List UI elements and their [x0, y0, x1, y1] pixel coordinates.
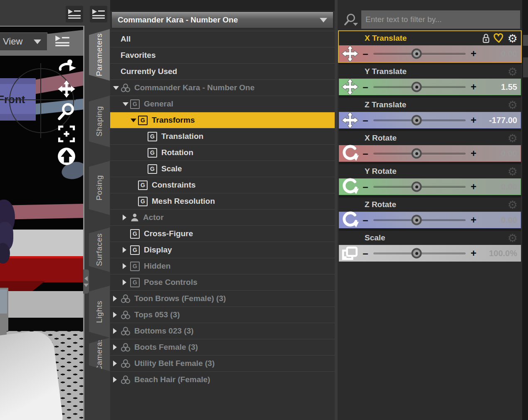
viewport-pane[interactable]: Front View [0, 26, 84, 420]
expand-arrow-icon[interactable] [123, 263, 130, 269]
slider-track[interactable] [373, 153, 466, 155]
expand-arrow-icon[interactable] [113, 296, 121, 301]
tree-row[interactable]: G Beach Hair (Female) [110, 371, 335, 388]
parameter-header[interactable]: Z Translate [339, 98, 521, 112]
frame-object-icon[interactable] [57, 124, 76, 144]
parameter-value[interactable]: 1.55 [478, 82, 521, 92]
tree-row[interactable]: G Constraints [110, 177, 335, 193]
tree-row[interactable]: G Translation [110, 128, 335, 144]
parameter-value[interactable]: 0.00 [478, 215, 521, 225]
decrement-button[interactable]: – [361, 148, 370, 159]
expand-arrow-icon[interactable] [113, 86, 121, 90]
pane-tab[interactable]: Cameras [89, 338, 110, 371]
view-selector-dropdown[interactable]: View [0, 32, 47, 51]
filter-input[interactable] [361, 10, 520, 29]
gear-icon[interactable]: ⚙ [508, 99, 518, 111]
increment-button[interactable]: + [469, 247, 478, 259]
gear-icon[interactable]: ⚙ [508, 33, 518, 44]
pane-menu-button[interactable] [66, 6, 83, 22]
increment-button[interactable]: + [469, 81, 478, 93]
parameter-header[interactable]: Y Translate [339, 64, 521, 79]
decrement-button[interactable]: – [361, 181, 370, 193]
parameter-header[interactable]: X Translate [339, 31, 521, 45]
parameter-value[interactable]: 0.00 [478, 49, 521, 59]
slider-handle[interactable] [412, 248, 422, 259]
expand-arrow-icon[interactable] [113, 328, 121, 334]
expand-arrow-icon[interactable] [131, 119, 138, 122]
tree-row[interactable]: G Display [110, 242, 335, 258]
tree-row[interactable]: G Transforms [110, 112, 335, 128]
orbit-camera-icon[interactable] [57, 57, 76, 77]
tree-row[interactable]: G All [110, 31, 335, 47]
decrement-button[interactable]: – [361, 48, 370, 59]
slider-track[interactable] [373, 186, 466, 188]
pane-tab[interactable]: Shaping [89, 96, 110, 147]
tree-row[interactable]: G Mesh Resolution [110, 193, 335, 209]
slider-handle[interactable] [412, 82, 422, 92]
pane-splitter-handle[interactable] [83, 269, 89, 294]
parameter-value[interactable]: 0.00 [478, 149, 521, 158]
increment-button[interactable]: + [469, 48, 478, 59]
slider-track[interactable] [373, 53, 466, 55]
slider-handle[interactable] [412, 148, 422, 159]
increment-button[interactable]: + [469, 114, 478, 126]
gear-icon[interactable]: ⚙ [508, 133, 518, 144]
slider-handle[interactable] [412, 182, 422, 192]
tree-row[interactable]: G Actor [110, 209, 335, 225]
tree-row[interactable]: G Utility Belt Female (3) [110, 355, 335, 371]
tree-row[interactable]: G Toon Brows (Female) (3) [110, 290, 335, 306]
tree-row[interactable]: G Tops 053 (3) [110, 306, 335, 323]
favorite-heart-icon[interactable] [493, 33, 505, 43]
pan-camera-icon[interactable] [57, 79, 76, 99]
tree-row[interactable]: G Cross-Figure [110, 225, 335, 242]
tree-row[interactable]: G Scale [110, 161, 335, 177]
filter-options-button[interactable] [339, 12, 361, 27]
slider-track[interactable] [373, 219, 466, 221]
tree-row[interactable]: G Bottoms 023 (3) [110, 323, 335, 339]
gear-icon[interactable]: ⚙ [508, 232, 518, 244]
expand-arrow-icon[interactable] [123, 102, 130, 106]
pane-menu-button[interactable] [90, 6, 107, 22]
pane-tab[interactable]: Posing [89, 161, 110, 215]
aim-up-icon[interactable] [57, 146, 76, 166]
tree-row[interactable]: G General [110, 96, 335, 112]
tree-row[interactable]: G Hidden [110, 258, 335, 274]
tree-row[interactable]: G Rotation [110, 144, 335, 161]
expand-arrow-icon[interactable] [113, 344, 121, 350]
gear-icon[interactable]: ⚙ [508, 66, 518, 77]
parameter-header[interactable]: Y Rotate [339, 164, 521, 178]
increment-button[interactable]: + [469, 148, 478, 159]
decrement-button[interactable]: – [361, 114, 370, 126]
tree-row[interactable]: G Currently Used [110, 63, 335, 79]
tree-row[interactable]: G Boots Female (3) [110, 339, 335, 355]
expand-arrow-icon[interactable] [113, 377, 121, 383]
pane-tab[interactable]: Surfaces [89, 227, 110, 272]
expand-arrow-icon[interactable] [123, 247, 130, 253]
slider-handle[interactable] [412, 49, 422, 59]
node-selector-dropdown[interactable]: Commander Kara - Number One [111, 12, 333, 28]
slider-track[interactable] [373, 252, 466, 254]
parameter-value[interactable]: 0.00 [478, 182, 521, 192]
pane-tab[interactable]: Lights [89, 286, 110, 338]
decrement-button[interactable]: – [361, 214, 370, 226]
pane-tab[interactable]: Parameters [89, 29, 110, 81]
tree-row[interactable]: G Pose Controls [110, 274, 335, 290]
viewport-menu-button[interactable] [53, 33, 72, 49]
decrement-button[interactable]: – [361, 247, 370, 259]
gear-icon[interactable]: ⚙ [508, 199, 518, 210]
zoom-camera-icon[interactable] [57, 101, 76, 121]
lock-icon[interactable] [482, 33, 490, 44]
slider-handle[interactable] [412, 115, 422, 126]
tree-row[interactable]: G Favorites [110, 47, 335, 63]
parameter-value[interactable]: 100.0% [478, 249, 521, 258]
decrement-button[interactable]: – [361, 81, 370, 93]
expand-arrow-icon[interactable] [113, 312, 121, 318]
slider-handle[interactable] [412, 215, 422, 225]
increment-button[interactable]: + [469, 214, 478, 226]
expand-arrow-icon[interactable] [113, 361, 121, 366]
slider-track[interactable] [373, 119, 466, 121]
parameter-header[interactable]: X Rotate [339, 131, 521, 145]
increment-button[interactable]: + [469, 181, 478, 193]
expand-arrow-icon[interactable] [123, 279, 130, 285]
parameter-header[interactable]: Z Rotate [339, 198, 521, 212]
